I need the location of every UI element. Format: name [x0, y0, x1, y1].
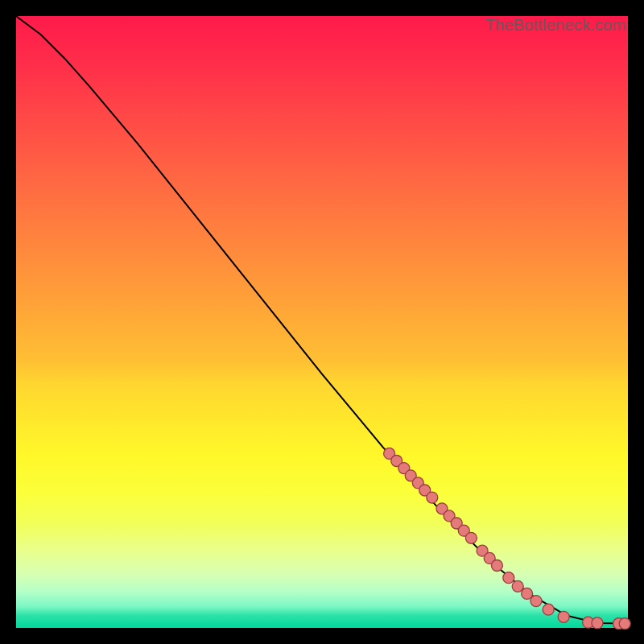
- data-point: [592, 617, 603, 629]
- data-point: [465, 532, 477, 543]
- data-point: [543, 604, 554, 615]
- data-point: [619, 618, 630, 630]
- watermark-text: TheBottleneck.com: [485, 16, 626, 35]
- data-point: [491, 560, 502, 572]
- data-point: [427, 492, 438, 503]
- chart-svg: [16, 16, 628, 628]
- data-point: [522, 588, 533, 599]
- data-point: [503, 572, 514, 584]
- data-point: [512, 580, 523, 592]
- data-points-group: [384, 448, 631, 629]
- data-point: [558, 611, 569, 622]
- performance-curve: [16, 16, 628, 624]
- data-point: [530, 596, 542, 607]
- chart-frame: TheBottleneck.com: [16, 16, 628, 628]
